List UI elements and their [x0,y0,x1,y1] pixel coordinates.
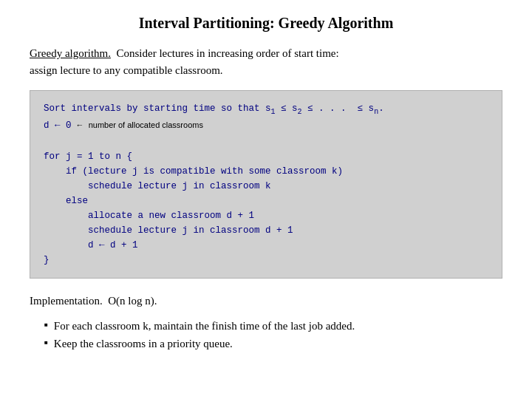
code-line-8: allocate a new classroom d + 1 [44,208,488,223]
code-line-10: d ← d + 1 [44,238,488,253]
code-annotation-d: ← number of allocated classrooms [76,119,203,132]
bullet-item-2: Keep the classrooms in a priority queue. [44,335,502,352]
page-title: Interval Partitioning: Greedy Algorithm [30,15,502,32]
code-line-2-row: d ← 0 ← number of allocated classrooms [44,118,488,133]
code-line-9: schedule lecture j in classroom d + 1 [44,223,488,238]
code-line-1: Sort intervals by starting time so that … [44,101,488,118]
implementation-label: Implementation. [30,295,103,307]
code-line-blank [44,134,488,149]
implementation-complexity: O(n log n). [108,295,157,307]
code-line-5: if (lecture j is compatible with some cl… [44,164,488,179]
page: Interval Partitioning: Greedy Algorithm … [0,0,532,399]
code-block: Sort intervals by starting time so that … [30,90,502,279]
code-line-7: else [44,194,488,208]
code-line-2: d ← 0 [44,118,72,133]
bullet-list: For each classroom k, maintain the finis… [30,317,502,352]
intro-text-part3: assign lecture to any compatible classro… [30,64,223,76]
code-line-6: schedule lecture j in classroom k [44,179,488,194]
bullet-item-1: For each classroom k, maintain the finis… [44,317,502,335]
intro-label: Greedy algorithm. [30,47,111,59]
intro-text-part2: Consider lectures in increasing order of… [116,47,338,59]
code-line-4: for j = 1 to n { [44,149,488,164]
implementation-section: Implementation. O(n log n). [30,292,502,310]
code-line-11: } [44,253,488,267]
intro-paragraph: Greedy algorithm. Consider lectures in i… [30,45,502,78]
